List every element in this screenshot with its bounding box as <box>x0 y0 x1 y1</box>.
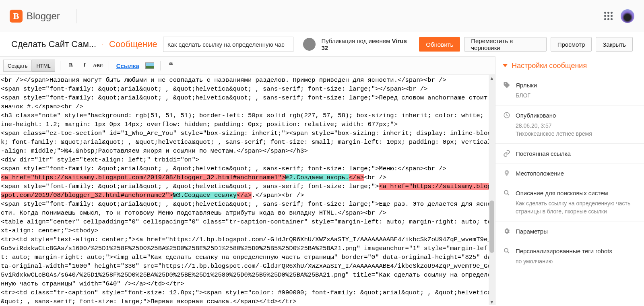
strike-icon[interactable]: ABC <box>93 60 104 72</box>
editor-header: Сделать Сайт Сам... · Сообщение Публикац… <box>0 32 644 56</box>
scroll-down-icon[interactable]: ▼ <box>489 299 495 305</box>
svg-point-2 <box>504 248 508 252</box>
separator-dot: · <box>102 41 103 48</box>
apps-icon[interactable] <box>604 12 613 20</box>
options-section[interactable]: Параметры <box>503 227 637 235</box>
italic-icon[interactable]: I <box>79 60 90 72</box>
close-button[interactable]: Закрыть <box>596 37 633 52</box>
search-description-section[interactable]: Описание для поисковых систем <box>503 189 637 197</box>
link-button[interactable]: Ссылка <box>114 62 142 69</box>
labels-section[interactable]: Ярлыки <box>503 81 637 89</box>
scroll-thumb[interactable] <box>489 201 494 253</box>
bold-icon[interactable]: B <box>65 60 76 72</box>
search-icon <box>503 189 511 197</box>
blog-title[interactable]: Сделать Сайт Сам... <box>11 39 96 50</box>
tag-icon <box>503 81 511 89</box>
clock-icon <box>503 111 511 119</box>
robots-section[interactable]: Персонализированные теги robots <box>503 247 637 255</box>
gear-icon <box>503 227 511 235</box>
post-title-input[interactable] <box>163 37 293 52</box>
search-icon <box>503 247 511 255</box>
html-editor[interactable]: <br /></span>Названия могут быть любыми … <box>0 75 495 305</box>
separator <box>109 61 109 70</box>
separator <box>76 9 76 23</box>
brand-name: Blogger <box>27 10 60 22</box>
location-section[interactable]: Местоположение <box>503 169 637 177</box>
permalink-section[interactable]: Постоянная ссылка <box>503 149 637 157</box>
topbar: B Blogger <box>0 0 644 32</box>
user-avatar[interactable] <box>621 9 634 23</box>
editor-toolbar: Создать HTML B I ABC Ссылка ❝ <box>0 56 495 75</box>
link-icon <box>503 149 511 157</box>
location-icon <box>503 169 511 177</box>
published-date: 28.06.20, 3:57Тихоокеанское летнее время <box>503 119 637 138</box>
quote-icon[interactable]: ❝ <box>165 60 177 72</box>
labels-value: БЛОГ <box>503 89 637 99</box>
revert-button[interactable]: Переместить в черновики <box>464 37 546 52</box>
robots-value: по умолчанию <box>503 255 637 265</box>
svg-point-1 <box>504 190 508 194</box>
blogger-logo-icon[interactable]: B <box>10 10 23 23</box>
update-button[interactable]: Обновить <box>419 37 460 52</box>
post-type: Сообщение <box>109 39 157 50</box>
image-icon[interactable] <box>144 60 155 72</box>
publish-as: Публикация под именем Virus 32 <box>321 37 413 51</box>
scrollbar[interactable]: ▲ ▼ <box>489 75 495 305</box>
published-section[interactable]: Опубликовано <box>503 111 637 119</box>
post-settings-sidebar: Настройки сообщения Ярлыки БЛОГ Опублико… <box>495 56 644 305</box>
search-description-value: Как сделать ссылку на определенную часть… <box>503 197 637 215</box>
separator <box>160 61 161 70</box>
html-tab[interactable]: HTML <box>32 60 55 72</box>
scroll-up-icon[interactable]: ▲ <box>489 75 495 81</box>
compose-tab[interactable]: Создать <box>3 60 32 72</box>
separator <box>60 61 60 70</box>
author-avatar <box>303 38 316 51</box>
settings-header[interactable]: Настройки сообщения <box>495 56 644 75</box>
preview-button[interactable]: Просмотр <box>551 37 592 52</box>
chevron-down-icon <box>503 64 508 67</box>
